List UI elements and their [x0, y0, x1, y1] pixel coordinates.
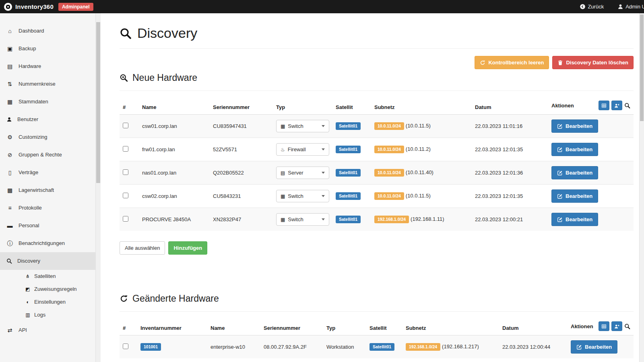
- table-row: csw02.corp.lan CU5843231 ▦Switch Satelli…: [120, 185, 634, 208]
- type-select[interactable]: ▦Switch: [276, 120, 329, 132]
- satellite-badge: Satellit01: [336, 122, 361, 130]
- sidebar-item-hardware[interactable]: ▤ Hardware: [0, 58, 95, 75]
- type-select[interactable]: ▦Switch: [276, 190, 329, 202]
- page-scrollbar-thumb[interactable]: [640, 14, 644, 121]
- assign-user-button[interactable]: [611, 321, 622, 331]
- edit-button[interactable]: Bearbeiten: [551, 143, 598, 156]
- subnet-badge: 192.168.1.0/24: [374, 216, 409, 223]
- app-logo-icon: [4, 3, 12, 11]
- user-icon: [6, 117, 12, 122]
- table-view-button[interactable]: [599, 101, 609, 110]
- home-icon: ⌂: [6, 28, 13, 34]
- row-checkbox[interactable]: [123, 343, 128, 349]
- sidebar-subitem-logs[interactable]: ▥ Logs: [0, 309, 95, 321]
- sidebar-item-vertraege[interactable]: ▯ Verträge: [0, 164, 95, 181]
- sidebar-item-protokolle[interactable]: ≡ Protokolle: [0, 199, 95, 217]
- delete-discovery-button[interactable]: Discovery Daten löschen: [552, 56, 634, 69]
- assign-user-button[interactable]: [611, 101, 622, 110]
- satellite-badge: Satellit01: [336, 192, 361, 200]
- edit-button[interactable]: Bearbeiten: [571, 340, 617, 354]
- user-plus-icon: [614, 324, 619, 329]
- hw-name: nas01.corp.lan: [139, 161, 210, 185]
- hw-name: PROCURVE J8450A: [139, 208, 210, 231]
- sidebar-subitem-satelliten[interactable]: ⋔ Satelliten: [0, 270, 95, 283]
- sidebar-subitem-einstellungen[interactable]: ◐ Einstellungen: [0, 296, 95, 309]
- sidebar-item-personal[interactable]: ▬ Personal: [0, 217, 95, 234]
- col-name: Name: [207, 317, 260, 335]
- sidebar-subitem-zuweisungsregeln[interactable]: ◩ Zuweisungsregeln: [0, 283, 95, 296]
- sidebar-item-discovery[interactable]: Discovery: [0, 252, 95, 270]
- table-header-row: # Name Seriennummer Typ Satellit Subnetz…: [120, 97, 634, 115]
- sidebar-item-gruppen-rechte[interactable]: ⊘ Gruppen & Rechte: [0, 146, 95, 164]
- search-icon: [6, 258, 12, 264]
- warehouse-icon: ▩: [6, 187, 13, 193]
- col-check: #: [120, 97, 139, 115]
- ip-text: (192.168.1.217): [442, 343, 479, 350]
- table-header-row: # Inventarnummer Name Seriennummer Typ S…: [120, 317, 634, 335]
- grid-icon: ▦: [6, 99, 13, 105]
- row-checkbox[interactable]: [123, 169, 128, 175]
- search-icon[interactable]: [624, 103, 630, 109]
- document-icon: ≡: [6, 205, 13, 211]
- log-icon: ▥: [25, 312, 31, 318]
- hw-serial: CU5843231: [210, 185, 273, 208]
- caret-down-icon: [322, 195, 325, 197]
- divider: [120, 311, 634, 312]
- sidebar-item-api[interactable]: ⇄ API: [0, 321, 95, 339]
- switch-icon: ▦: [281, 217, 285, 222]
- col-actions: Aktionen: [568, 317, 634, 335]
- satellite-badge: Satellit01: [336, 146, 361, 153]
- inventory-badge: 101001: [140, 343, 161, 351]
- type-select[interactable]: ▤Server: [276, 167, 329, 179]
- sidebar-item-backup[interactable]: ▣ Backup: [0, 40, 95, 58]
- type-select[interactable]: ♨Firewall: [276, 143, 329, 156]
- col-type: Typ: [323, 317, 366, 335]
- ip-text: (192.168.1.11): [411, 216, 444, 222]
- sidebar-item-stammdaten[interactable]: ▦ Stammdaten: [0, 93, 95, 111]
- sidebar-item-dashboard[interactable]: ⌂ Dashboard: [0, 22, 95, 40]
- clear-control-button[interactable]: Kontrollbereich leeren: [475, 56, 549, 69]
- sidebar-scrollbar[interactable]: [95, 13, 101, 362]
- row-checkbox[interactable]: [123, 216, 128, 222]
- page-title: Discovery: [120, 25, 634, 41]
- row-checkbox[interactable]: [123, 146, 128, 152]
- edit-button[interactable]: Bearbeiten: [551, 213, 598, 226]
- subnet-badge: 10.0.11.0/24: [374, 146, 404, 153]
- col-date: Datum: [499, 317, 568, 335]
- page-scrollbar[interactable]: [639, 13, 644, 362]
- contract-icon: ▯: [6, 169, 13, 176]
- sidebar-item-customizing[interactable]: ⚙ Customizing: [0, 128, 95, 146]
- caret-down-icon: [322, 218, 325, 220]
- col-type: Typ: [273, 97, 332, 115]
- row-checkbox[interactable]: [123, 123, 128, 128]
- edit-button[interactable]: Bearbeiten: [551, 189, 598, 203]
- search-icon[interactable]: [624, 323, 630, 329]
- row-checkbox[interactable]: [123, 193, 128, 198]
- edit-button[interactable]: Bearbeiten: [551, 119, 598, 133]
- hw-date: 22.03.2023 12:01:36: [472, 161, 548, 185]
- back-icon: [580, 4, 586, 10]
- sidebar-item-lagerwirtschaft[interactable]: ▩ Lagerwirtschaft: [0, 181, 95, 199]
- type-select[interactable]: ▦Switch: [276, 213, 329, 226]
- briefcase-icon: ▬: [6, 222, 13, 229]
- brand-title: Inventory360: [15, 3, 54, 10]
- hw-serial: 08.00.27.92.9A.2F: [260, 335, 323, 359]
- sidebar-item-benutzer[interactable]: Benutzer: [0, 111, 95, 128]
- table-view-button[interactable]: [599, 321, 609, 331]
- add-button[interactable]: Hinzufügen: [168, 241, 207, 255]
- edit-button[interactable]: Bearbeiten: [551, 166, 598, 179]
- sidebar-scrollbar-thumb[interactable]: [96, 22, 100, 183]
- hw-name: csw02.corp.lan: [139, 185, 210, 208]
- back-link[interactable]: Zurück: [580, 4, 604, 10]
- sidebar-item-benachrichtigungen[interactable]: ⓘ Benachrichtigungen: [0, 234, 95, 252]
- sitemap-icon: ⋔: [25, 273, 31, 280]
- hw-serial: Q202B05522: [210, 161, 273, 185]
- select-all-button[interactable]: Alle auswählen: [120, 241, 165, 255]
- subnet-badge: 10.0.11.0/24: [374, 192, 404, 200]
- user-menu[interactable]: Admin U: [617, 4, 644, 10]
- edit-icon: [557, 123, 563, 129]
- col-subnet: Subnetz: [402, 317, 499, 335]
- sidebar-item-nummernkreise[interactable]: ⇅ Nummernkreise: [0, 75, 95, 93]
- table-icon: [601, 103, 607, 108]
- new-hardware-table: # Name Seriennummer Typ Satellit Subnetz…: [120, 97, 634, 231]
